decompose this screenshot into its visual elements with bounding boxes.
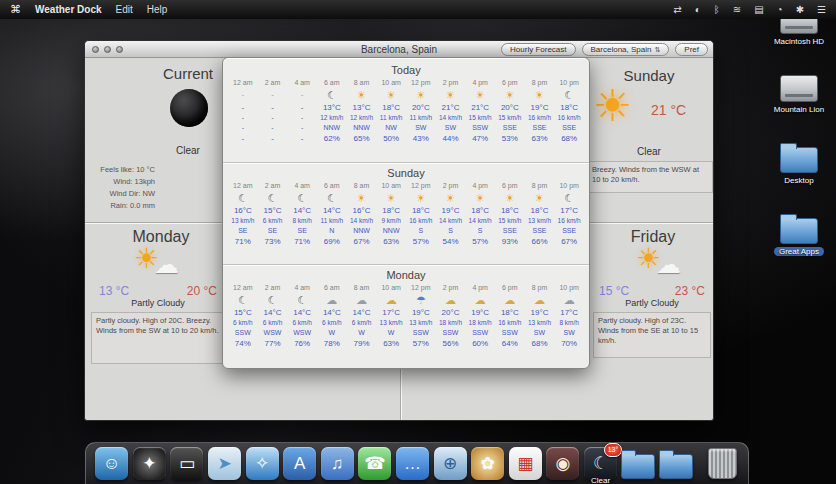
- weather-moon-icon: ☾: [258, 293, 288, 307]
- pref-label: Pref: [684, 44, 699, 55]
- window-toolbar: Hourly Forecast Barcelona, Spain ⇅ Pref: [501, 43, 708, 56]
- hourly-wind-value: 13 km/h: [376, 318, 406, 328]
- hourly-time-value: 12 am: [228, 283, 258, 293]
- weather-sun-icon: ☀: [376, 88, 406, 102]
- facetime-glyph: ☎: [364, 453, 385, 474]
- dock-itunes[interactable]: ♫: [321, 447, 355, 481]
- dock-iphoto[interactable]: ✿: [471, 447, 505, 481]
- hourly-hum-value: 77%: [258, 338, 288, 350]
- dock-displays[interactable]: ▭: [170, 447, 204, 481]
- weather-sun-icon: ☀: [525, 191, 555, 205]
- wind-dir-value: Wind Dir: NW: [89, 188, 155, 200]
- notification-icon[interactable]: ☰: [817, 4, 826, 15]
- dock-twitter[interactable]: ➤: [208, 447, 242, 481]
- sync-icon[interactable]: ⇄: [673, 4, 681, 15]
- hourly-time-value: 4 pm: [465, 283, 495, 293]
- messages-glyph: …: [404, 454, 421, 474]
- finder-glyph: ☺: [103, 454, 120, 474]
- hourly-time-value: 8 pm: [525, 181, 555, 191]
- weather-rain-icon: ☂: [406, 293, 436, 307]
- weather-sun-icon: ☀: [465, 191, 495, 205]
- hourly-dir-value: WSW: [258, 328, 288, 338]
- dock-items: ☺✦▭➤✧A♫☎…⊕✿▦◉☾13°Clear: [86, 443, 748, 484]
- iphoto-glyph: ✿: [481, 453, 495, 474]
- dock-weather-label: Clear: [591, 476, 610, 484]
- hourly-temp-value: 16°C: [347, 205, 377, 216]
- dock-launchpad[interactable]: ✦: [133, 447, 167, 481]
- select-arrows-icon: ⇅: [654, 44, 660, 55]
- photo-booth-glyph: ◉: [556, 453, 571, 474]
- weather-moon-icon: ☾: [554, 191, 584, 205]
- hourly-temp-value: 14°C: [287, 307, 317, 318]
- apple-menu-icon[interactable]: ⌘: [10, 3, 21, 16]
- desktop-icon-desktop-folder[interactable]: Desktop: [779, 143, 818, 185]
- weather-partly-icon: ☁: [495, 293, 525, 307]
- spotlight-icon[interactable]: ✱: [796, 4, 804, 15]
- app-store-glyph: A: [294, 454, 305, 474]
- dock-weather-dock[interactable]: ☾13°Clear: [584, 447, 618, 481]
- weather-sun-icon: ☀: [436, 88, 466, 102]
- hourly-dir-value: N: [317, 226, 347, 236]
- dock-web-browser[interactable]: ⊕: [433, 447, 467, 481]
- wifi-icon[interactable]: ≋: [733, 4, 741, 15]
- sun-icon: ☀: [593, 84, 632, 128]
- hourly-section-title: Sunday: [223, 167, 589, 179]
- hourly-hum-value: 79%: [347, 338, 377, 350]
- hourly-hum-value: 47%: [465, 133, 495, 145]
- dock: ☺✦▭➤✧A♫☎…⊕✿▦◉☾13°Clear: [85, 442, 749, 484]
- hourly-wind-value: 15 km/h: [465, 113, 495, 123]
- dock-app-store[interactable]: A: [283, 447, 317, 481]
- hourly-wind-value: 6 km/h: [258, 216, 288, 226]
- hourly-time-value: 6 pm: [495, 283, 525, 293]
- weather-cloud-icon: ☁: [554, 293, 584, 307]
- dock-finder[interactable]: ☺: [95, 447, 129, 481]
- bluetooth-icon[interactable]: ᛒ: [714, 4, 720, 15]
- hourly-wind-value: 14 km/h: [347, 216, 377, 226]
- menu-app-name[interactable]: Weather Dock: [35, 4, 102, 15]
- dock-applications-folder[interactable]: [659, 447, 693, 481]
- dock-safari[interactable]: ✧: [245, 447, 279, 481]
- desktop-icon-great-apps-folder[interactable]: Great Apps: [774, 214, 824, 256]
- hourly-time-value: 8 am: [347, 283, 377, 293]
- hourly-dir-value: SSE: [554, 226, 584, 236]
- dock-calendar[interactable]: ▦: [509, 447, 543, 481]
- hourly-hum-value: 50%: [376, 133, 406, 145]
- hourly-dir-value: SE: [287, 226, 317, 236]
- desktop-icon-mountain-lion[interactable]: Mountain Lion: [769, 75, 829, 114]
- hourly-time-value: 10 pm: [554, 283, 584, 293]
- keyboard-icon[interactable]: ▤: [754, 4, 763, 15]
- hourly-temp-value: 19°C: [525, 102, 555, 113]
- dock-trash[interactable]: [705, 447, 739, 481]
- menu-edit[interactable]: Edit: [116, 4, 133, 15]
- hourly-time-value: 12 am: [228, 78, 258, 88]
- pref-button[interactable]: Pref: [675, 43, 708, 56]
- clock-icon[interactable]: ◔: [777, 4, 783, 15]
- hourly-forecast-button[interactable]: Hourly Forecast: [501, 43, 575, 56]
- hourly-dir-value: W: [317, 328, 347, 338]
- hourly-dir-value: SSE: [495, 226, 525, 236]
- weather-partly-icon: ☁: [465, 293, 495, 307]
- window-titlebar[interactable]: Barcelona, Spain Hourly Forecast Barcelo…: [85, 41, 713, 58]
- location-select[interactable]: Barcelona, Spain ⇅: [582, 43, 670, 56]
- hourly-wind-value: 14 km/h: [436, 216, 466, 226]
- weather-partly-icon: ☁: [376, 293, 406, 307]
- hourly-dir-value: SW: [436, 123, 466, 133]
- hourly-dir-value: S: [465, 226, 495, 236]
- dock-documents-folder[interactable]: [621, 447, 655, 481]
- display-icon[interactable]: ◐: [695, 4, 701, 15]
- hourly-time-value: 6 am: [317, 78, 347, 88]
- hourly-wind-value: 13 km/h: [406, 318, 436, 328]
- dock-photo-booth[interactable]: ◉: [546, 447, 580, 481]
- weather-dash-icon: -: [228, 88, 258, 102]
- sunday-high-temp: 21 °C: [651, 102, 686, 118]
- hourly-wind-value: 6 km/h: [287, 318, 317, 328]
- weather-sun-icon: ☀: [436, 191, 466, 205]
- weather-moon-icon: ☾: [317, 191, 347, 205]
- menu-help[interactable]: Help: [147, 4, 168, 15]
- calendar-icon: ▦: [509, 447, 542, 480]
- hourly-temp-value: 19°C: [465, 307, 495, 318]
- dock-messages[interactable]: …: [396, 447, 430, 481]
- hourly-hum-value: 78%: [317, 338, 347, 350]
- hourly-wind-value: 8 km/h: [287, 216, 317, 226]
- dock-facetime[interactable]: ☎: [358, 447, 392, 481]
